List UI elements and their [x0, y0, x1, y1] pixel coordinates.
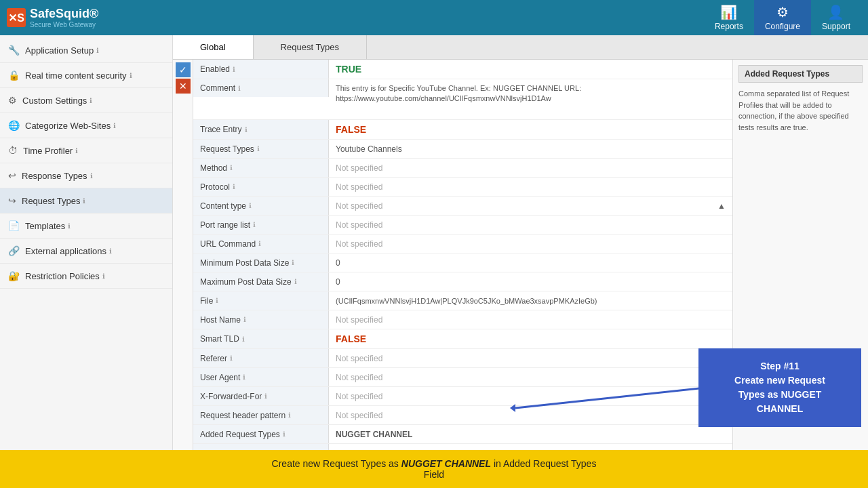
help-icon: ℹ — [249, 202, 252, 209]
field-label-protocol: Protocol ℹ — [193, 178, 329, 196]
sidebar-item-custom-settings[interactable]: ⚙ Custom Settings ℹ — [0, 88, 172, 113]
help-icon-8: ℹ — [109, 247, 112, 255]
table-row: Port range list ℹ Not specified — [193, 216, 732, 235]
time-profiler-icon: ⏱ — [8, 145, 18, 156]
help-icon-9: ℹ — [102, 272, 105, 280]
remove-button[interactable]: ✕ — [176, 79, 191, 94]
table-row: Trace Entry ℹ FALSE — [193, 120, 732, 140]
field-value-added-req-types[interactable]: NUGGET CHANNEL — [329, 425, 732, 443]
field-label-url-cmd: URL Command ℹ — [193, 235, 329, 253]
enabled-button[interactable]: ✓ — [176, 62, 191, 77]
field-value-x-forwarded: Not specified — [329, 387, 732, 405]
help-icon-5: ℹ — [90, 172, 93, 180]
help-icon: ℹ — [257, 145, 260, 152]
realtime-icon: 🔒 — [8, 70, 20, 81]
sidebar-item-label: External applications — [25, 246, 106, 256]
help-icon-1: ℹ — [130, 72, 132, 79]
field-value-comment: This entry is for Specific YouTube Chann… — [329, 79, 732, 108]
support-icon: 👤 — [822, 4, 850, 20]
logo: ✕S SafeSquid® Secure Web Gateway — [7, 7, 98, 28]
right-panel-title: Added Request Types — [738, 65, 863, 83]
field-value-req-header: Not specified — [329, 406, 732, 424]
logo-icon: ✕S — [7, 8, 26, 27]
table-row: Enabled ℹ TRUE — [193, 60, 732, 79]
sidebar-item-request-types[interactable]: ↪ Request Types ℹ — [0, 188, 172, 214]
sidebar-item-application-setup[interactable]: 🔧 Application Setup ℹ — [0, 38, 172, 63]
field-label-added-req-types: Added Request Types ℹ — [193, 425, 329, 443]
nav-support-label: Support — [822, 22, 850, 31]
help-icon-0: ℹ — [96, 47, 99, 54]
table-row: File ℹ (UCIlFqsmxnwVNNlsvjH1D1Aw|PLQVJk9… — [193, 291, 732, 310]
help-icon-2: ℹ — [90, 97, 92, 104]
table-row: Minimum Post Data Size ℹ 0 — [193, 253, 732, 272]
field-label-removed-req-types: Removed Request Types ℹ — [193, 444, 329, 450]
application-setup-icon: 🔧 — [8, 45, 20, 56]
sidebar-item-time-profiler[interactable]: ⏱ Time Profiler ℹ — [0, 138, 172, 163]
field-value-user-agent: Not specified — [329, 368, 732, 386]
restriction-icon: 🔐 — [8, 270, 20, 281]
field-value-protocol: Not specified — [329, 178, 732, 196]
table-row: Request header pattern ℹ Not specified — [193, 406, 732, 425]
sidebar-item-realtime[interactable]: 🔒 Real time content security ℹ — [0, 63, 172, 88]
step-line3: CHANNEL — [712, 402, 848, 416]
help-icon: ℹ — [230, 354, 233, 362]
sidebar-item-restriction-policies[interactable]: 🔐 Restriction Policies ℹ — [0, 264, 172, 289]
table-row-added-req-types: Added Request Types ℹ NUGGET CHANNEL — [193, 425, 732, 444]
sidebar-item-response-types[interactable]: ↩ Response Types ℹ — [0, 163, 172, 188]
field-value-method: Not specified — [329, 159, 732, 177]
sidebar-item-label: Templates — [25, 221, 65, 231]
tabs-bar: Global Request Types — [173, 35, 868, 60]
send-icon: ▲ — [717, 201, 726, 211]
help-icon: ℹ — [233, 66, 235, 73]
field-value-url-cmd: Not specified — [329, 235, 732, 253]
table-row: Smart TLD ℹ FALSE — [193, 329, 732, 349]
sidebar-item-templates[interactable]: 📄 Templates ℹ — [0, 214, 172, 239]
step-line2: Types as NUGGET — [712, 388, 848, 402]
help-icon: ℹ — [230, 164, 233, 171]
field-label-req-types: Request Types ℹ — [193, 140, 329, 158]
reports-icon: 📊 — [715, 4, 743, 20]
field-value-trace: FALSE — [329, 120, 732, 139]
help-icon: ℹ — [243, 373, 245, 381]
table-row: Maximum Post Data Size ℹ 0 — [193, 272, 732, 291]
field-label-x-forwarded: X-Forwarded-For ℹ — [193, 387, 329, 405]
request-types-icon: ↪ — [8, 195, 16, 206]
table-row: Content type ℹ Not specified ▲ — [193, 197, 732, 216]
banner-line2: Field — [424, 469, 444, 480]
table-row: Protocol ℹ Not specified — [193, 178, 732, 197]
custom-settings-icon: ⚙ — [8, 95, 17, 106]
tab-request-types[interactable]: Request Types — [254, 35, 367, 59]
help-icon: ℹ — [245, 126, 248, 134]
logo-subtitle: Secure Web Gateway — [30, 21, 98, 28]
nav-reports[interactable]: 📊 Reports — [704, 0, 754, 35]
sidebar-item-external-apps[interactable]: 🔗 External applications ℹ — [0, 239, 172, 264]
nav-reports-label: Reports — [715, 22, 743, 31]
help-icon-7: ℹ — [68, 222, 71, 230]
help-icon: ℹ — [233, 183, 235, 190]
field-label-max-post: Maximum Post Data Size ℹ — [193, 272, 329, 291]
nav-configure[interactable]: ⚙ Configure — [754, 0, 811, 35]
help-icon: ℹ — [264, 392, 267, 400]
sidebar-item-label: Application Setup — [25, 45, 94, 56]
help-icon: ℹ — [242, 336, 245, 343]
nav-support[interactable]: 👤 Support — [811, 0, 861, 35]
sidebar-item-label: Response Types — [22, 171, 87, 181]
help-icon-6: ℹ — [83, 197, 85, 205]
field-value-file: (UCIlFqsmxnwVNNlsvjH1D1Aw|PLQVJk9oC5JKo_… — [329, 291, 732, 310]
row-controls: ✓ ✕ — [173, 60, 193, 450]
table-row: Host Name ℹ Not specified — [193, 310, 732, 329]
main-table: Enabled ℹ TRUE Comment ℹ This entry is — [193, 60, 732, 450]
table-row: X-Forwarded-For ℹ Not specified — [193, 387, 732, 406]
sidebar-item-label: Time Profiler — [23, 146, 73, 156]
field-label-trace: Trace Entry ℹ — [193, 120, 329, 139]
field-label-referer: Referer ℹ — [193, 349, 329, 367]
field-label-host: Host Name ℹ — [193, 310, 329, 329]
help-icon: ℹ — [292, 259, 294, 266]
help-icon: ℹ — [283, 430, 285, 438]
sidebar-item-categorize[interactable]: 🌐 Categorize Web-Sites ℹ — [0, 113, 172, 138]
tab-global[interactable]: Global — [173, 35, 254, 59]
field-value-req-types: Youtube Channels — [329, 140, 732, 158]
step-line1: Create new Request — [712, 373, 848, 388]
table-row: Removed Request Types ℹ Not specified — [193, 444, 732, 450]
bottom-banner: Create new Request Types as NUGGET CHANN… — [0, 450, 868, 488]
